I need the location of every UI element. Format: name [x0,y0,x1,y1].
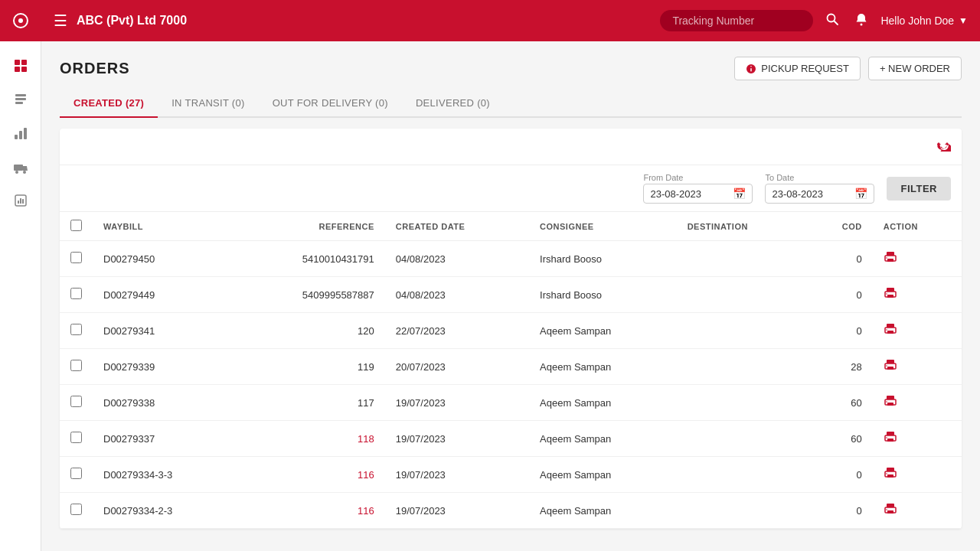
from-date-calendar-icon[interactable]: 📅 [733,187,746,200]
row-cod: 0 [807,493,873,529]
row-reference: 116 [237,493,385,529]
svg-rect-10 [19,131,22,139]
row-checkbox[interactable] [70,432,82,443]
to-date-calendar-icon[interactable]: 📅 [854,187,867,200]
to-date-field: To Date 📅 [765,173,874,204]
row-checkbox-cell[interactable] [60,241,93,277]
row-destination [677,349,807,385]
tab-created[interactable]: CREATED (27) [60,90,158,118]
row-action[interactable] [873,349,962,385]
app-title: ABC (Pvt) Ltd 7000 [77,14,651,28]
row-checkbox-cell[interactable] [60,313,93,349]
table-row: D00279341 120 22/07/2023 Aqeem Sampan 0 [60,313,962,349]
svg-rect-45 [887,439,893,442]
tab-delivered[interactable]: DELIVERED (0) [402,90,504,118]
row-action[interactable] [873,421,962,457]
row-waybill: D00279337 [93,421,237,457]
row-reference: 116 [237,457,385,493]
svg-point-38 [886,365,887,367]
table-row: D00279450 5410010431791 04/08/2023 Irsha… [60,241,962,277]
svg-line-21 [835,21,838,24]
tracking-input[interactable] [660,10,813,31]
row-checkbox[interactable] [70,504,82,515]
print-icon[interactable] [884,433,897,446]
row-checkbox-cell[interactable] [60,349,93,385]
svg-point-26 [886,257,887,259]
print-icon[interactable] [884,325,897,338]
table-header-row: WAYBILL REFERENCE CREATED DATE CONSIGNEE… [60,212,962,241]
user-menu[interactable]: Hello John Doe ▼ [880,15,968,27]
svg-rect-7 [15,98,26,100]
svg-rect-3 [21,60,27,65]
sidebar-item-analytics[interactable] [0,116,41,150]
row-action[interactable] [873,385,962,421]
row-action[interactable] [873,493,962,529]
row-checkbox[interactable] [70,288,82,299]
orders-table-card: From Date 📅 To Date 📅 FILTER [60,129,962,529]
row-checkbox[interactable] [70,324,82,335]
pickup-request-label: PICKUP REQUEST [761,63,849,74]
from-date-input-wrap[interactable]: 📅 [643,184,753,204]
row-action[interactable] [873,241,962,277]
svg-point-15 [23,171,26,174]
from-date-input[interactable] [650,188,727,200]
row-checkbox-cell[interactable] [60,493,93,529]
row-created-date: 04/08/2023 [385,241,529,277]
refresh-icon[interactable] [937,138,951,155]
row-reference: 117 [237,385,385,421]
row-reference: 5410010431791 [237,241,385,277]
print-icon[interactable] [884,469,897,482]
tab-in-transit[interactable]: IN TRANSIT (0) [158,90,258,118]
print-icon[interactable] [884,397,897,410]
row-checkbox[interactable] [70,396,82,407]
new-order-button[interactable]: + NEW ORDER [868,57,962,80]
from-date-label: From Date [643,173,753,182]
print-icon[interactable] [884,289,897,302]
th-cod: COD [807,212,873,241]
row-checkbox[interactable] [70,360,82,371]
select-all-checkbox[interactable] [70,220,82,231]
row-checkbox[interactable] [70,468,82,479]
row-checkbox-cell[interactable] [60,277,93,313]
row-checkbox-cell[interactable] [60,421,93,457]
row-action[interactable] [873,277,962,313]
row-waybill: D00279339 [93,349,237,385]
row-destination [677,313,807,349]
print-icon[interactable] [884,361,897,374]
filter-button[interactable]: FILTER [887,177,951,201]
search-icon[interactable] [822,12,842,30]
sidebar-item-home[interactable] [0,49,41,83]
sidebar-item-orders[interactable] [0,83,41,116]
row-action[interactable] [873,457,962,493]
th-select-all[interactable] [60,212,93,241]
sidebar [0,0,41,551]
svg-rect-5 [21,67,27,72]
topbar: ☰ ABC (Pvt) Ltd 7000 Hello John Doe ▼ [41,0,980,41]
date-filter-row: From Date 📅 To Date 📅 FILTER [60,165,962,212]
row-action[interactable] [873,313,962,349]
menu-icon[interactable]: ☰ [54,11,67,30]
tab-out-for-delivery[interactable]: OUT FOR DELIVERY (0) [259,90,402,118]
sidebar-item-reports[interactable] [0,184,41,217]
row-waybill: D00279334-3-3 [93,457,237,493]
to-date-input[interactable] [772,188,848,200]
row-consignee: Aqeem Sampan [529,457,677,493]
pickup-request-button[interactable]: PICKUP REQUEST [734,57,861,80]
to-date-label: To Date [765,173,874,182]
row-consignee: Irshard Booso [529,241,677,277]
print-icon[interactable] [884,253,897,266]
notification-icon[interactable] [851,12,871,30]
to-date-input-wrap[interactable]: 📅 [765,184,874,204]
row-cod: 28 [807,349,873,385]
row-created-date: 20/07/2023 [385,349,529,385]
page-title: ORDERS [60,60,130,77]
print-icon[interactable] [884,505,897,518]
row-checkbox-cell[interactable] [60,385,93,421]
row-checkbox[interactable] [70,252,82,263]
th-action: ACTION [873,212,962,241]
sidebar-item-delivery[interactable] [0,150,41,184]
svg-point-46 [886,437,887,439]
svg-point-50 [886,473,887,474]
svg-rect-49 [887,474,893,478]
row-checkbox-cell[interactable] [60,457,93,493]
